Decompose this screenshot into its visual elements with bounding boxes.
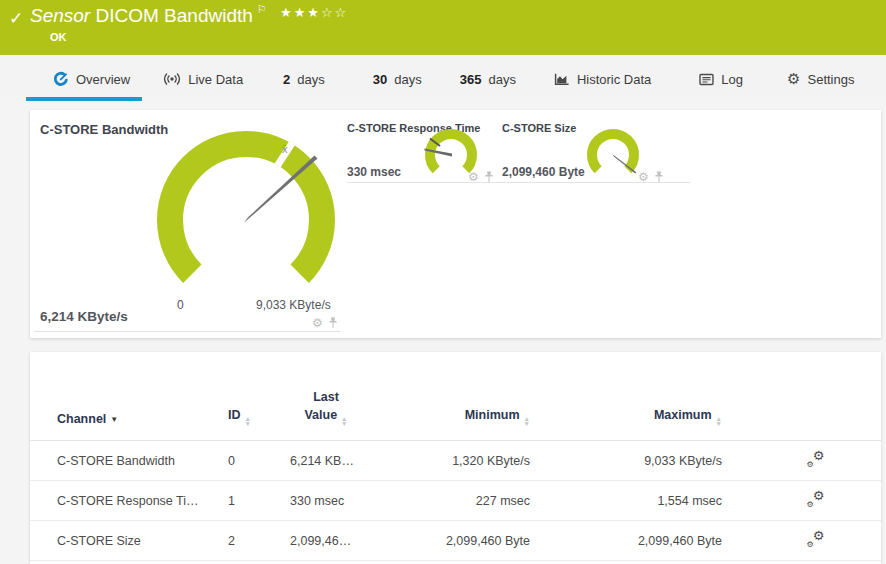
sort-icon: ▲▼ (524, 416, 530, 426)
channel-settings-icon[interactable]: ⚙⚙ (807, 450, 825, 468)
cell-divider (34, 331, 340, 332)
gauge-icon (53, 71, 69, 87)
tab-overview[interactable]: Overview (53, 55, 130, 103)
channel-maximum: 9,033 KByte/s (560, 441, 750, 481)
cell-divider (347, 182, 522, 183)
channel-minimum (390, 561, 560, 564)
header-maximum[interactable]: Maximum▲▼ (560, 352, 750, 441)
channel-last-value: 330 msec (290, 481, 390, 521)
header-settings (750, 352, 881, 441)
channel-minimum: 227 msec (390, 481, 560, 521)
tab-label: Settings (808, 72, 855, 87)
channel-maximum (560, 561, 750, 564)
header-id[interactable]: ID▲▼ (228, 352, 290, 441)
size-gauge (584, 128, 642, 186)
tab-30-days[interactable]: 30 days (373, 55, 422, 103)
response-time-last-value: 330 msec (347, 165, 401, 179)
log-list-icon (699, 73, 714, 86)
size-last-value: 2,099,460 Byte (502, 165, 585, 179)
channel-last-value: 2,099,46… (290, 521, 390, 561)
table-header-row: Channel▼ ID▲▼ LastValue▲▼ Minimum▲▼ Maxi… (30, 352, 881, 441)
sort-desc-icon: ▼ (110, 415, 118, 424)
channels-table: Channel▼ ID▲▼ LastValue▲▼ Minimum▲▼ Maxi… (30, 352, 881, 564)
sensor-overview-page: ✓ Sensor DICOM Bandwidth⚐ ★★★☆☆ OK Overv… (0, 0, 886, 564)
tab-label: days (297, 72, 324, 87)
channels-panel: Channel▼ ID▲▼ LastValue▲▼ Minimum▲▼ Maxi… (30, 352, 881, 564)
channel-settings-icon[interactable]: ⚙⚙ (807, 530, 825, 548)
active-tab-underline (26, 97, 142, 101)
bandwidth-last-value: 6,214 KByte/s (40, 309, 128, 324)
broadcast-icon (163, 72, 181, 86)
tab-historic-data[interactable]: Historic Data (554, 55, 651, 103)
tab-settings[interactable]: ⚙ Settings (787, 55, 854, 103)
channel-name: C-STORE Size (30, 521, 228, 561)
table-row: C-STORE Bandwidth 0 6,214 KB… 1,320 KByt… (30, 441, 881, 481)
sensor-title: Sensor DICOM Bandwidth⚐ ★★★☆☆ (30, 3, 348, 27)
tab-label: Log (721, 72, 743, 87)
status-badge: OK (50, 31, 67, 43)
tab-2-days[interactable]: 2 days (283, 55, 325, 103)
average-marker-label: x̄ (282, 143, 288, 155)
cell-divider (502, 182, 690, 183)
channel-minimum: 1,320 KByte/s (390, 441, 560, 481)
sensor-kind-label: Sensor (30, 5, 90, 26)
ok-check-icon: ✓ (9, 8, 23, 29)
tab-bar: Overview Live Data 2 days 30 days 365 da… (0, 55, 886, 103)
gauge-title-size: C-STORE Size (502, 122, 576, 134)
tab-live-data[interactable]: Live Data (163, 55, 243, 103)
channel-maximum: 2,099,460 Byte (560, 521, 750, 561)
channel-id: 2 (228, 521, 290, 561)
tab-label: Overview (76, 72, 130, 87)
sort-icon: ▲▼ (245, 416, 251, 426)
channel-id: -4 (228, 561, 290, 564)
table-row: C-STORE Size 2 2,099,46… 2,099,460 Byte … (30, 521, 881, 561)
table-row: C-STORE Response Ti… 1 330 msec 227 msec… (30, 481, 881, 521)
channel-name: C-STORE Response Ti… (30, 481, 228, 521)
header-channel[interactable]: Channel▼ (30, 352, 228, 441)
gauges-panel: C-STORE Bandwidth x̄ 0 9,033 KByte/s 6,2… (30, 110, 881, 338)
channel-last-value: 6,214 KB… (290, 441, 390, 481)
tab-365-days[interactable]: 365 days (460, 55, 516, 103)
tab-log[interactable]: Log (699, 55, 743, 103)
channel-id: 0 (228, 441, 290, 481)
header-last-value[interactable]: LastValue▲▼ (290, 352, 390, 441)
tab-label: days (394, 72, 421, 87)
tab-label: Historic Data (577, 72, 651, 87)
channel-settings-icon[interactable]: ⚙⚙ (807, 490, 825, 508)
priority-flag-icon[interactable]: ⚐ (257, 3, 267, 15)
gauge-scale-max: 9,033 KByte/s (256, 298, 331, 312)
channel-minimum: 2,099,460 Byte (390, 521, 560, 561)
priority-stars[interactable]: ★★★☆☆ (280, 5, 348, 20)
channel-name: C-STORE Bandwidth (30, 441, 228, 481)
gauge-tools: ⚙ (312, 317, 338, 329)
table-row: Downtime -4 ⚙⚙ (30, 561, 881, 564)
channel-last-value (290, 561, 390, 564)
pin-icon[interactable] (328, 317, 338, 329)
area-chart-icon (554, 72, 570, 86)
tab-label: days (488, 72, 515, 87)
gauge-settings-icon[interactable]: ⚙ (312, 317, 323, 329)
header-minimum[interactable]: Minimum▲▼ (390, 352, 560, 441)
sensor-name: DICOM Bandwidth (95, 5, 252, 26)
bandwidth-gauge (146, 125, 346, 315)
channel-maximum: 1,554 msec (560, 481, 750, 521)
sort-icon: ▲▼ (341, 416, 347, 426)
sensor-status-banner: ✓ Sensor DICOM Bandwidth⚐ ★★★☆☆ OK (0, 0, 886, 55)
gauge-scale-min: 0 (177, 298, 184, 312)
channel-name: Downtime (30, 561, 228, 564)
tab-label: Live Data (188, 72, 243, 87)
sort-icon: ▲▼ (716, 416, 722, 426)
gear-icon: ⚙ (787, 72, 800, 87)
channel-id: 1 (228, 481, 290, 521)
